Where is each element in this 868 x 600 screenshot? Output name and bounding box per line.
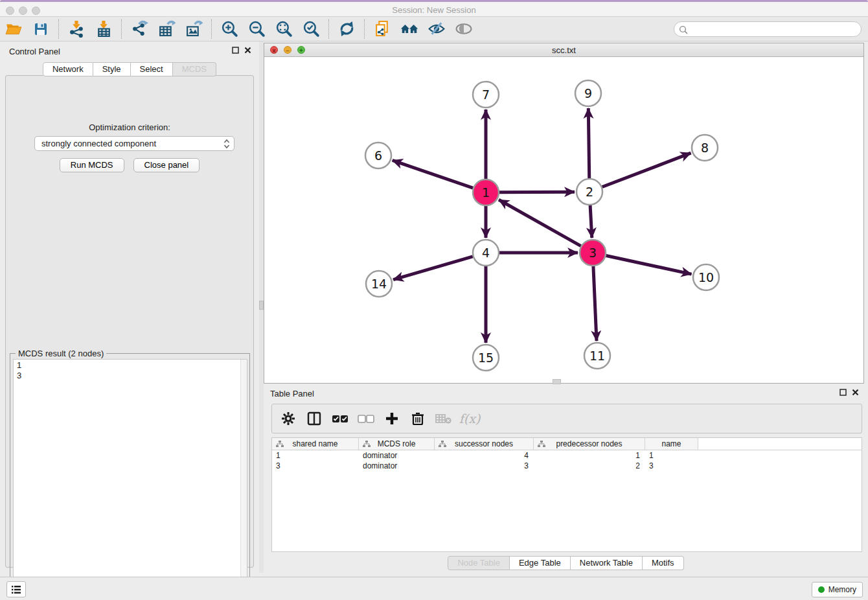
svg-text:6: 6 bbox=[374, 148, 382, 163]
search-input[interactable] bbox=[691, 23, 857, 35]
zoom-out-icon[interactable] bbox=[247, 19, 266, 39]
column-header-predecessor-nodes[interactable]: predecessor nodes bbox=[534, 438, 645, 450]
table-cell[interactable]: 1 bbox=[534, 450, 645, 461]
chevron-up-down-icon bbox=[223, 139, 230, 149]
select-all-icon[interactable] bbox=[332, 410, 348, 427]
scrollbar[interactable] bbox=[240, 360, 247, 597]
memory-label: Memory bbox=[828, 585, 856, 594]
mcds-result-item[interactable]: 1 bbox=[14, 360, 247, 370]
close-panel-icon[interactable] bbox=[852, 389, 859, 396]
horizontal-splitter-grip[interactable] bbox=[553, 379, 561, 384]
graph-node-9[interactable]: 9 bbox=[575, 80, 601, 106]
tab-network-table[interactable]: Network Table bbox=[571, 556, 643, 570]
hide-selected-icon[interactable] bbox=[427, 19, 446, 39]
network-canvas[interactable]: 7968124314101511 bbox=[264, 57, 863, 383]
tab-edge-table[interactable]: Edge Table bbox=[510, 556, 571, 570]
graph-edge-2-3[interactable] bbox=[590, 205, 592, 238]
split-panel-icon[interactable] bbox=[306, 410, 323, 427]
optimization-criterion-label: Optimization criterion: bbox=[6, 122, 253, 132]
apply-layout-icon[interactable] bbox=[337, 19, 356, 39]
table-cell[interactable]: 1 bbox=[272, 450, 359, 461]
graph-edge-2-9[interactable] bbox=[588, 108, 589, 178]
table-cell[interactable]: 3 bbox=[435, 461, 534, 471]
graph-node-6[interactable]: 6 bbox=[365, 143, 391, 168]
attribute-tree-icon bbox=[276, 441, 284, 448]
import-network-icon[interactable] bbox=[67, 19, 86, 39]
graph-node-2[interactable]: 2 bbox=[577, 179, 602, 205]
save-session-icon[interactable] bbox=[31, 19, 51, 39]
svg-text:9: 9 bbox=[584, 86, 592, 100]
graph-node-3[interactable]: 3 bbox=[580, 240, 606, 266]
close-panel-button[interactable]: Close panel bbox=[133, 158, 200, 172]
tab-mcds[interactable]: MCDS bbox=[173, 62, 216, 76]
mcds-result-list[interactable]: 13 bbox=[13, 359, 247, 597]
table-toolbar: f(x) bbox=[271, 404, 862, 433]
graph-edge-3-10[interactable] bbox=[606, 255, 692, 274]
add-column-icon[interactable] bbox=[383, 410, 400, 427]
graph-node-4[interactable]: 4 bbox=[473, 240, 499, 266]
graph-edge-2-8[interactable] bbox=[602, 153, 691, 187]
column-header-name[interactable]: name bbox=[645, 438, 698, 450]
import-table-icon[interactable] bbox=[94, 19, 113, 39]
delete-column-icon[interactable] bbox=[409, 410, 426, 427]
zoom-in-icon[interactable] bbox=[220, 19, 239, 39]
gear-icon[interactable] bbox=[280, 410, 297, 427]
float-panel-icon[interactable] bbox=[839, 389, 847, 396]
export-image-icon[interactable] bbox=[184, 19, 203, 39]
tab-select[interactable]: Select bbox=[131, 62, 173, 76]
mcds-result-item[interactable]: 3 bbox=[14, 370, 247, 380]
graph-edge-3-11[interactable] bbox=[593, 266, 597, 341]
memory-button[interactable]: Memory bbox=[812, 582, 863, 597]
column-header-MCDS-role[interactable]: MCDS role bbox=[359, 438, 435, 450]
table-cell[interactable]: dominator bbox=[359, 461, 435, 471]
graph-edge-1-2[interactable] bbox=[499, 192, 575, 192]
tab-node-table[interactable]: Node Table bbox=[448, 556, 510, 570]
table-cell[interactable]: dominator bbox=[359, 450, 435, 461]
vertical-splitter[interactable] bbox=[259, 41, 264, 573]
duplicate-network-icon[interactable] bbox=[372, 19, 392, 39]
splitter-grip[interactable] bbox=[259, 301, 264, 310]
mcds-result-title: MCDS result (2 nodes) bbox=[16, 349, 106, 358]
graph-node-10[interactable]: 10 bbox=[693, 264, 719, 290]
attribute-tree-icon bbox=[538, 441, 545, 448]
graph-node-1[interactable]: 1 bbox=[473, 179, 499, 205]
criterion-dropdown[interactable]: strongly connected component bbox=[34, 136, 234, 151]
table-cell[interactable]: 1 bbox=[645, 450, 698, 461]
open-session-icon[interactable] bbox=[4, 19, 23, 39]
graph-edge-3-1[interactable] bbox=[499, 200, 581, 246]
network-window-titlebar[interactable]: x – + scc.txt bbox=[264, 43, 863, 57]
toolbar-separator bbox=[211, 19, 212, 39]
column-header-shared-name[interactable]: shared name bbox=[272, 438, 359, 450]
run-mcds-button[interactable]: Run MCDS bbox=[60, 158, 124, 172]
table-cell[interactable]: 3 bbox=[645, 461, 698, 471]
table-cell[interactable]: 4 bbox=[435, 450, 534, 461]
svg-text:15: 15 bbox=[478, 351, 494, 365]
column-header-successor-nodes[interactable]: successor nodes bbox=[435, 438, 534, 450]
svg-text:8: 8 bbox=[701, 141, 709, 155]
graph-node-14[interactable]: 14 bbox=[366, 271, 392, 297]
float-panel-icon[interactable] bbox=[232, 47, 239, 54]
svg-text:14: 14 bbox=[371, 277, 387, 291]
zoom-fit-icon[interactable] bbox=[274, 19, 293, 39]
table-cell[interactable]: 2 bbox=[534, 461, 645, 471]
graph-node-11[interactable]: 11 bbox=[584, 343, 610, 369]
tab-network[interactable]: Network bbox=[43, 62, 93, 76]
graph-edge-1-6[interactable] bbox=[393, 160, 473, 188]
table-cell[interactable]: 3 bbox=[272, 461, 359, 471]
graph-node-15[interactable]: 15 bbox=[473, 345, 499, 371]
close-panel-icon[interactable] bbox=[244, 47, 251, 54]
delete-table-icon bbox=[435, 410, 452, 427]
tab-motifs[interactable]: Motifs bbox=[643, 556, 684, 570]
show-all-icon[interactable] bbox=[454, 19, 474, 39]
export-table-icon[interactable] bbox=[157, 19, 176, 39]
tab-style[interactable]: Style bbox=[93, 62, 131, 76]
graph-edge-4-14[interactable] bbox=[393, 257, 473, 280]
graph-node-8[interactable]: 8 bbox=[692, 135, 718, 161]
zoom-selected-icon[interactable] bbox=[301, 19, 321, 39]
export-network-icon[interactable] bbox=[130, 19, 149, 39]
graph-node-7[interactable]: 7 bbox=[473, 82, 499, 108]
task-history-button[interactable] bbox=[6, 581, 26, 597]
network-window-title: scc.txt bbox=[264, 45, 863, 55]
deselect-all-icon[interactable] bbox=[358, 410, 374, 427]
first-neighbors-icon[interactable] bbox=[400, 19, 419, 39]
